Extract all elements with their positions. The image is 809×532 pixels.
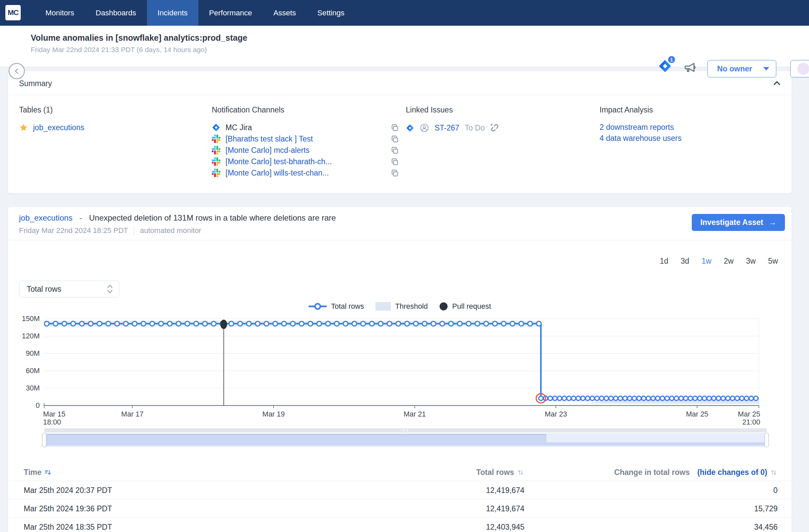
svg-text:90M: 90M [26,350,40,357]
copy-icon[interactable] [391,124,399,132]
jira-ticket-button[interactable]: 1 [658,59,672,73]
cell-time: Mar 25th 2024 19:36 PDT [24,504,112,513]
notification-channel-row: [Bharaths test slack ] Test [212,133,399,144]
table-header: Time Total rows Change in total rows (hi… [8,465,792,481]
svg-text:Mar 17: Mar 17 [121,410,144,418]
table-row[interactable]: Mar 25th 2024 18:35 PDT12,403,94534,456 [8,517,792,532]
brush-handle-right[interactable] [764,433,769,447]
slack-icon [212,146,221,155]
impact-link-4-data-warehouse-users[interactable]: 4 data warehouse users [600,133,783,144]
legend-swatch-dot [439,302,448,311]
nav-tab-performance[interactable]: Performance [199,0,263,26]
copy-icon[interactable] [391,135,399,143]
brush-handle-left[interactable] [42,433,47,447]
svg-text:60M: 60M [26,367,40,375]
back-button[interactable] [9,63,25,79]
investigate-asset-label: Investigate Asset [701,218,763,227]
volume-chart[interactable]: Mar 1518:00Mar 17Mar 19Mar 21Mar 23Mar 2… [17,313,783,427]
hide-changes-link[interactable]: (hide changes of 0) [697,468,767,477]
cell-time: Mar 25th 2024 20:37 PDT [24,486,112,495]
svg-text:Mar 21: Mar 21 [403,410,426,418]
copy-icon[interactable] [391,169,399,177]
table-row[interactable]: Mar 25th 2024 19:36 PDT12,419,67415,729 [8,499,792,517]
range-2w[interactable]: 2w [724,256,734,266]
nav-tab-assets[interactable]: Assets [262,0,307,26]
svg-text:21:00: 21:00 [742,418,760,426]
linked-issues-column: Linked Issues ST-267 To Do [406,105,593,134]
announce-button[interactable] [684,61,696,74]
jira-icon [212,123,221,132]
table-link[interactable]: job_executions [33,123,84,132]
column-header-change[interactable]: Change in total rows (hide changes of 0) [614,468,778,477]
nav-tab-monitors[interactable]: Monitors [35,0,85,26]
brush-minimap-high [45,434,547,446]
impact-heading: Impact Analysis [600,105,783,114]
svg-text:120M: 120M [22,332,40,340]
issue-key-link[interactable]: ST-267 [434,124,459,132]
svg-text:Mar 25: Mar 25 [686,410,708,418]
channel-label[interactable]: [Bharaths test slack ] Test [225,135,313,143]
svg-text:18:00: 18:00 [43,418,61,426]
column-header-total-rows[interactable]: Total rows [476,468,524,477]
select-chevrons-icon [106,284,114,294]
cell-total-rows: 12,419,674 [486,504,524,513]
range-1w[interactable]: 1w [702,256,711,266]
key-asset-star-icon [19,123,28,132]
legend-label: Pull request [452,302,491,311]
svg-text:0: 0 [36,402,40,409]
svg-text:Mar 25: Mar 25 [738,410,760,418]
cell-change: 34,456 [754,522,778,532]
range-3w[interactable]: 3w [746,256,756,266]
legend-swatch-band [376,302,391,311]
tables-column: Tables (1) job_executions [19,105,206,133]
metric-select[interactable]: Total rows [19,281,119,297]
asset-link[interactable]: job_executions [19,213,72,222]
notification-channel-row: [Monte Carlo] wills-test-chan... [212,167,399,179]
nav-tab-settings[interactable]: Settings [307,0,355,26]
nav-tab-dashboards[interactable]: Dashboards [85,0,147,26]
nav-tab-incidents[interactable]: Incidents [147,0,199,26]
copy-icon[interactable] [391,158,399,166]
copy-icon[interactable] [391,146,399,155]
investigate-asset-button[interactable]: Investigate Asset → [692,214,785,231]
incident-description: Unexpected deletion of 131M rows in a ta… [89,213,336,222]
page-title: Volume anomalies in [snowflake] analytic… [31,33,247,43]
table-row[interactable]: Mar 25th 2024 20:37 PDT12,419,6740 [8,481,792,499]
column-header-time[interactable]: Time [24,468,52,477]
channel-label[interactable]: [Monte Carlo] test-bharath-ch... [225,157,332,166]
chart-brush[interactable] [44,433,767,447]
chevron-up-icon [772,78,782,88]
top-nav: MC MonitorsDashboardsIncidentsPerformanc… [0,0,809,26]
megaphone-icon [684,61,696,74]
range-3d[interactable]: 3d [681,256,689,266]
impact-link-2-downstream-reports[interactable]: 2 downstream reports [600,122,783,133]
separator: - [80,213,82,222]
chart-legend: Total rowsThresholdPull request [8,302,792,311]
cell-change: 0 [773,486,778,495]
legend-item-total-rows: Total rows [309,302,364,311]
channel-label[interactable]: [Monte Carlo] wills-test-chan... [225,169,329,178]
legend-label: Threshold [395,302,428,311]
sort-desc-icon [44,468,52,476]
assignee-button[interactable] [790,60,809,77]
range-5w[interactable]: 5w [768,256,778,266]
jira-badge: 1 [667,55,676,64]
owner-dropdown[interactable]: No owner [707,60,776,77]
time-range-selector: 1d3d1w2w3w5w [660,256,778,266]
cell-total-rows: 12,419,674 [486,486,524,495]
notification-channel-row: [Monte Carlo] mcd-alerts [212,144,399,156]
channel-label[interactable]: [Monte Carlo] mcd-alerts [225,146,310,155]
incident-header: Volume anomalies in [snowflake] analytic… [0,26,809,67]
unlink-icon [490,123,499,132]
linked-issue-row: ST-267 To Do [406,122,593,134]
range-1d[interactable]: 1d [660,256,668,266]
impact-column: Impact Analysis 2 downstream reports4 da… [600,105,783,144]
chart-scrollbar[interactable] [44,428,767,432]
collapse-summary-button[interactable] [772,78,782,88]
scrollbar-grip[interactable] [403,429,408,431]
jira-icon [406,124,414,132]
unlink-issue-button[interactable] [490,123,499,132]
monitor-type: automated monitor [140,226,201,235]
svg-text:30M: 30M [26,384,40,392]
app-logo[interactable]: MC [5,5,21,20]
